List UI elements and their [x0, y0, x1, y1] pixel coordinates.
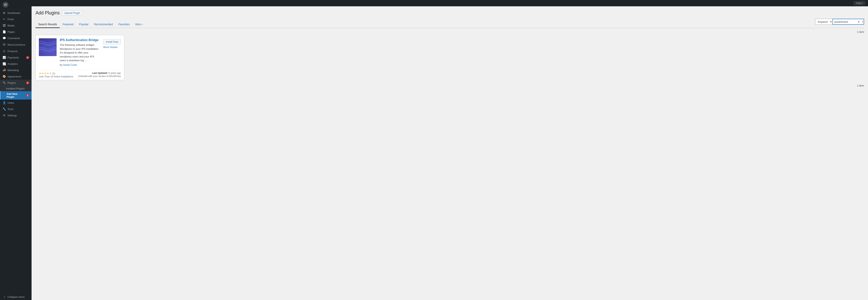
collapse-icon: ⟨ — [2, 295, 6, 298]
tools-icon: 🔧 — [2, 107, 6, 111]
last-updated-value: 6 years ago — [108, 72, 121, 75]
sidebar-item-label: Posts — [7, 18, 14, 21]
sidebar-item-label: Appearance — [7, 75, 21, 78]
marketing-icon: 📣 — [2, 69, 6, 72]
tab-woo[interactable]: Woo↗ — [132, 21, 146, 28]
sidebar-item-label: Plugins — [7, 81, 16, 84]
main-content: Help ▾ Add Plugins Upload Plugin Search … — [32, 0, 868, 300]
plugins-icon: 🔌 — [2, 81, 6, 84]
wp-logo-icon: W — [2, 2, 9, 8]
star-rating: ★★★★★ — [39, 72, 52, 75]
search-input-wrapper: 3 × — [833, 19, 864, 25]
more-details-link[interactable]: More Details — [103, 46, 118, 49]
plugin-description: The following software bridges Wordpress… — [60, 43, 100, 62]
sidebar-item-pages[interactable]: 📄 Pages — [0, 29, 32, 35]
sidebar-item-label: Payments — [7, 56, 19, 59]
search-result-badge: 3 — [858, 20, 859, 23]
plugin-name[interactable]: IPS Authentication Bridge — [60, 38, 100, 42]
active-installations: Less Than 10 Active Installations — [39, 75, 73, 78]
page-header: Add Plugins Upload Plugin — [35, 10, 864, 16]
sidebar-item-add-new-plugin[interactable]: Add New Plugin 2 — [0, 91, 32, 100]
author-link[interactable]: Daniel Corbe — [63, 63, 77, 66]
tab-popular[interactable]: Popular — [76, 21, 91, 28]
sidebar-item-marketing[interactable]: 📣 Marketing — [0, 67, 32, 73]
sidebar-item-label: Comments — [7, 37, 20, 40]
add-new-plugin-label: Add New Plugin — [6, 92, 25, 98]
last-updated-label: Last Updated: — [92, 72, 108, 75]
tab-search-results[interactable]: Search Results — [35, 21, 60, 28]
sidebar-item-collapse[interactable]: ⟨ Collapse menu — [0, 294, 32, 300]
svg-text:W: W — [4, 3, 7, 7]
sidebar-item-media[interactable]: 🖼 Media — [0, 22, 32, 29]
plugin-rating-section: ★★★★★ (1) Less Than 10 Active Installati… — [39, 72, 73, 78]
sidebar-item-plugins[interactable]: 🔌 Plugins 1 — [0, 80, 32, 86]
external-icon: ↗ — [141, 23, 143, 26]
appearance-icon: 🎨 — [2, 75, 6, 78]
page-content: Add Plugins Upload Plugin Search Results… — [32, 6, 868, 300]
plugin-thumbnail — [39, 38, 57, 56]
plugins-submenu: Installed Plugins Add New Plugin 2 — [0, 86, 32, 100]
plugin-card-bottom: ★★★★★ (1) Less Than 10 Active Installati… — [36, 70, 124, 80]
sidebar-item-label: WooCommerce — [7, 43, 25, 46]
upload-plugin-button[interactable]: Upload Plugin — [62, 10, 83, 16]
search-input[interactable] — [833, 19, 864, 25]
plugin-info: IPS Authentication Bridge The following … — [60, 38, 100, 66]
results-count-top: 1 item — [35, 30, 864, 33]
clear-search-button[interactable]: × — [862, 20, 863, 23]
sidebar-item-label: Collapse menu — [7, 296, 25, 298]
sidebar-item-settings[interactable]: ⚙ Settings — [0, 112, 32, 118]
sidebar-item-label: Analytics — [7, 62, 18, 65]
analytics-icon: 📈 — [2, 62, 6, 65]
sidebar-item-label: Users — [7, 101, 14, 104]
last-updated-section: Last Updated: 6 years ago Untested with … — [78, 72, 121, 78]
sidebar-item-label: Tools — [7, 108, 13, 111]
rating-count: (1) — [52, 72, 55, 75]
results-count-bottom: 1 item — [35, 84, 864, 87]
payments-icon: 📊 — [2, 56, 6, 59]
products-icon: ⊡ — [2, 50, 6, 53]
pages-icon: 📄 — [2, 30, 6, 33]
sidebar: W ⊞ Dashboard ✏ Posts 🖼 Media 📄 Pages 💬 … — [0, 0, 32, 300]
search-type-select[interactable]: Keyword — [815, 19, 833, 25]
plugin-actions: Install Now More Details — [103, 38, 121, 66]
tabs-bar: Search Results Featured Popular Recommen… — [35, 21, 815, 28]
tab-favorites[interactable]: Favorites — [116, 21, 132, 28]
sidebar-item-analytics[interactable]: 📈 Analytics — [0, 61, 32, 67]
tab-recommended[interactable]: Recommended — [91, 21, 116, 28]
users-icon: 👤 — [2, 101, 6, 104]
tab-featured[interactable]: Featured — [60, 21, 76, 28]
sidebar-item-label: Pages — [7, 30, 15, 33]
sidebar-item-label: Marketing — [7, 69, 19, 72]
sidebar-item-payments[interactable]: 📊 Payments 1 — [0, 54, 32, 61]
plugins-badge: 1 — [26, 82, 29, 84]
dashboard-icon: ⊞ — [2, 11, 6, 15]
posts-icon: ✏ — [2, 18, 6, 21]
payments-badge: 1 — [26, 56, 29, 59]
install-now-button[interactable]: Install Now — [103, 39, 121, 45]
sidebar-item-comments[interactable]: 💬 Comments — [0, 35, 32, 41]
sidebar-item-posts[interactable]: ✏ Posts — [0, 16, 32, 22]
sidebar-item-label: Dashboard — [7, 11, 20, 15]
comments-icon: 💬 — [2, 36, 6, 40]
sidebar-item-users[interactable]: 👤 Users — [0, 100, 32, 106]
search-bar: Keyword 3 × — [815, 19, 864, 25]
sidebar-item-label: Settings — [7, 114, 17, 117]
wp-logo-bar: W — [0, 0, 32, 10]
woocommerce-icon: Ⓦ — [2, 43, 6, 47]
help-button[interactable]: Help ▾ — [854, 1, 865, 5]
topbar: Help ▾ — [32, 0, 868, 6]
settings-icon: ⚙ — [2, 114, 6, 117]
plugin-card: IPS Authentication Bridge The following … — [35, 35, 124, 80]
sidebar-item-woocommerce[interactable]: Ⓦ WooCommerce — [0, 41, 32, 48]
add-new-badge: 2 — [26, 94, 29, 97]
plugin-author: By Daniel Corbe — [60, 63, 100, 66]
installed-plugins-label: Installed Plugins — [6, 87, 25, 90]
plugin-card-top: IPS Authentication Bridge The following … — [36, 35, 124, 70]
sidebar-item-appearance[interactable]: 🎨 Appearance — [0, 73, 32, 80]
sidebar-item-label: Products — [7, 50, 18, 53]
sidebar-item-tools[interactable]: 🔧 Tools — [0, 106, 32, 112]
sidebar-item-label: Media — [7, 24, 14, 27]
sidebar-item-dashboard[interactable]: ⊞ Dashboard — [0, 10, 32, 16]
sidebar-item-products[interactable]: ⊡ Products — [0, 48, 32, 54]
sidebar-item-installed-plugins[interactable]: Installed Plugins — [0, 86, 32, 91]
